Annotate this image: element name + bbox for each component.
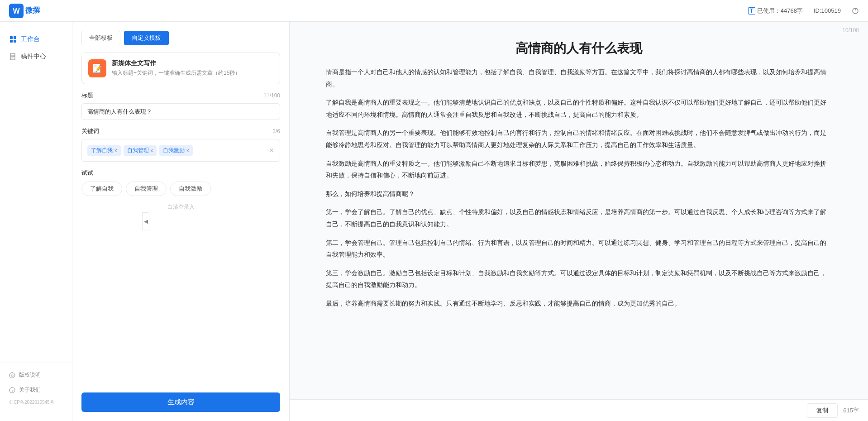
tab-all[interactable]: 全部模板 <box>81 31 120 45</box>
usage-label: 已使用：44768字 <box>757 7 803 15</box>
sidebar: 工作台 稿件中心 © 版权说明 <box>0 22 72 421</box>
copy-button[interactable]: 复制 <box>807 403 838 418</box>
about-icon: i <box>9 387 15 393</box>
tab-custom[interactable]: 自定义模板 <box>124 31 169 45</box>
about-label: 关于我们 <box>19 386 41 394</box>
article-paragraph: 自我激励是高情商人的重要特质之一。他们能够激励自己不断地追求目标和梦想，克服困难… <box>326 158 832 182</box>
logo-icon: W <box>9 4 24 18</box>
logo: W 微撰 <box>9 4 40 18</box>
copyright-icon: © <box>9 372 15 378</box>
power-icon <box>852 7 859 14</box>
title-field-group: 标题 11/100 <box>81 91 280 120</box>
svg-rect-4 <box>10 36 13 39</box>
keywords-field-group: 关键词 3/6 了解自我 x 自我管理 x 自我激励 x <box>81 127 280 162</box>
article-paragraph: 情商是指一个人对自己和他人的情感的认知和管理能力，包括了解自我、自我管理、自我激… <box>326 66 832 90</box>
word-count-display: 615字 <box>843 407 859 415</box>
topbar: W 微撰 T 已使用：44768字 ID:100519 <box>0 0 868 22</box>
keyword-remove-1[interactable]: x <box>114 148 117 153</box>
svg-text:i: i <box>12 388 13 393</box>
sidebar-about[interactable]: i 关于我们 <box>0 383 72 397</box>
article-paragraph: 自我管理是高情商人的另一个重要表现。他们能够有效地控制自己的言行和行为，控制自己… <box>326 127 832 151</box>
try-tag-1[interactable]: 了解自我 <box>81 182 122 196</box>
keyword-remove-3[interactable]: x <box>186 148 189 153</box>
grid-icon <box>9 35 17 43</box>
title-input[interactable] <box>81 103 280 120</box>
usage-icon: T <box>748 7 755 14</box>
try-tag-2[interactable]: 自我管理 <box>126 182 167 196</box>
svg-rect-7 <box>14 40 16 43</box>
article-area: 高情商的人有什么表现 情商是指一个人对自己和他人的情感的认知和管理能力，包括了解… <box>290 22 868 399</box>
article-body: 情商是指一个人对自己和他人的情感的认知和管理能力，包括了解自我、自我管理、自我激… <box>326 66 832 310</box>
article-paragraph: 最后，培养高情商需要长期的努力和实践。只有通过不断地学习、反思和实践，才能够提高… <box>326 297 832 310</box>
keywords-field-header: 关键词 3/6 <box>81 127 280 135</box>
keywords-clear[interactable]: ✕ <box>269 147 274 154</box>
template-card-icon: 📝 <box>88 59 106 77</box>
id-label: ID:100519 <box>814 7 841 14</box>
try-tags: 了解自我 自我管理 自我激励 <box>81 182 280 196</box>
sidebar-item-drafts[interactable]: 稿件中心 <box>0 48 72 65</box>
sidebar-bottom: © 版权说明 i 关于我们 ©ICP备2022016945号 <box>0 363 72 412</box>
article-paragraph: 了解自我是高情商人的重要表现之一。他们能够清楚地认识自己的优点和缺点，以及自己的… <box>326 96 832 120</box>
id-info: ID:100519 <box>814 7 841 14</box>
sidebar-item-workbench[interactable]: 工作台 <box>0 31 72 48</box>
logo-text: 微撰 <box>25 6 40 15</box>
title-label: 标题 <box>81 91 93 100</box>
template-desc: 输入标题+关键词，一键准确生成所需文章（约15秒） <box>112 69 240 77</box>
title-field-header: 标题 11/100 <box>81 91 280 100</box>
keywords-label: 关键词 <box>81 127 99 135</box>
article-paragraph: 第一，学会了解自己。了解自己的优点、缺点、个性特质和偏好，以及自己的情感状态和情… <box>326 206 832 230</box>
right-panel: 10/100 高情商的人有什么表现 情商是指一个人对自己和他人的情感的认知和管理… <box>290 22 868 421</box>
content-area: ◀ 全部模板 自定义模板 📝 新媒体全文写作 输入标题+关键词，一键准确生成所需… <box>72 22 868 421</box>
keyword-tag-1: 了解自我 x <box>87 145 121 156</box>
article-paragraph: 第三，学会激励自己。激励自己包括设定目标和计划、自我激励和自我奖励等方式。可以通… <box>326 267 832 291</box>
topbar-right: T 已使用：44768字 ID:100519 <box>748 7 859 15</box>
keywords-count: 3/6 <box>272 128 280 134</box>
article-paragraph: 第二，学会管理自己。管理自己包括控制自己的情绪、行为和言语，以及管理自己的时间和… <box>326 237 832 261</box>
generate-button[interactable]: 生成内容 <box>81 392 280 412</box>
sidebar-workbench-label: 工作台 <box>21 35 40 43</box>
template-info: 新媒体全文写作 输入标题+关键词，一键准确生成所需文章（约15秒） <box>112 59 240 77</box>
keyword-tag-2: 自我管理 x <box>124 145 157 156</box>
try-section: 试试 了解自我 自我管理 自我激励 <box>81 169 280 196</box>
power-btn[interactable] <box>852 7 859 14</box>
left-panel: ◀ 全部模板 自定义模板 📝 新媒体全文写作 输入标题+关键词，一键准确生成所需… <box>72 22 290 421</box>
article-paragraph: 那么，如何培养和提高情商呢？ <box>326 188 832 200</box>
right-bottom-bar: 复制 615字 <box>290 399 868 421</box>
keywords-box[interactable]: 了解自我 x 自我管理 x 自我激励 x ✕ <box>81 139 280 162</box>
collapse-arrow[interactable]: ◀ <box>142 212 149 230</box>
keyword-tag-3: 自我激励 x <box>159 145 193 156</box>
article-word-count-top: 10/100 <box>842 27 859 33</box>
svg-text:W: W <box>13 7 20 15</box>
topbar-left: W 微撰 <box>9 4 40 18</box>
icp-text: ©ICP备2022016945号 <box>0 397 72 407</box>
template-name: 新媒体全文写作 <box>112 59 240 67</box>
try-tag-3[interactable]: 自我激励 <box>170 182 211 196</box>
sidebar-nav: 工作台 稿件中心 <box>0 31 72 363</box>
template-card[interactable]: 📝 新媒体全文写作 输入标题+关键词，一键准确生成所需文章（约15秒） <box>81 53 280 84</box>
main-layout: 工作台 稿件中心 © 版权说明 <box>0 22 868 421</box>
keyword-remove-2[interactable]: x <box>151 148 153 153</box>
template-tabs: 全部模板 自定义模板 <box>81 31 280 45</box>
article-title: 高情商的人有什么表现 <box>326 40 832 57</box>
clear-hint: 白清空录入 <box>81 203 280 211</box>
usage-info: T 已使用：44768字 <box>748 7 803 15</box>
title-count: 11/100 <box>263 92 280 99</box>
file-icon <box>9 53 17 61</box>
sidebar-drafts-label: 稿件中心 <box>21 53 46 61</box>
copyright-label: 版权说明 <box>19 371 41 379</box>
sidebar-copyright[interactable]: © 版权说明 <box>0 368 72 383</box>
try-label: 试试 <box>81 169 280 177</box>
svg-rect-5 <box>14 36 16 39</box>
svg-rect-6 <box>10 40 13 43</box>
svg-text:©: © <box>11 374 14 378</box>
